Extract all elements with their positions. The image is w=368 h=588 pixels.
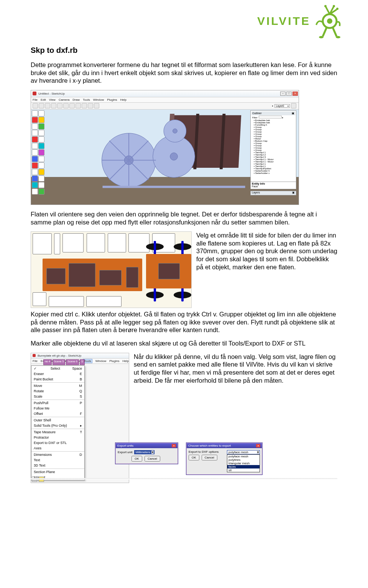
menu-help[interactable]: Help — [120, 98, 126, 102]
dxf-option-select[interactable]: polyface mesh▾ — [227, 450, 260, 454]
menu-item-dimensions[interactable]: DimensionsD — [31, 452, 84, 457]
footer-rule — [31, 478, 337, 480]
svg-point-16 — [173, 129, 177, 133]
flat-layout-screenshot — [31, 231, 192, 308]
svg-point-2 — [324, 5, 327, 7]
export-units-dialog[interactable]: Export units× Export unit: Millimeters▾ … — [115, 442, 178, 464]
menu-item-select[interactable]: SelectSpace — [31, 366, 84, 371]
svg-point-5 — [319, 36, 324, 38]
scene-tab[interactable]: Scene 5 — [53, 359, 66, 365]
dialog1-title: Export units — [117, 444, 133, 447]
menu-file[interactable]: File — [33, 98, 38, 102]
window-title: Untitled - SketchUp — [38, 92, 65, 95]
svg-point-6 — [336, 36, 340, 38]
dxf-option-list[interactable]: polyface meshpolylinestriangular meshfac… — [227, 454, 260, 472]
svg-point-3 — [333, 5, 335, 7]
menu-file[interactable]: File — [33, 359, 38, 363]
svg-rect-21 — [103, 186, 245, 188]
paragraph-3-cont: Kopier med ctrl c. Klikk utenfor objekte… — [31, 310, 337, 334]
entity-info-panel: Entity InfoFace — [250, 182, 296, 189]
outliner-filter-label: Filter: — [252, 116, 258, 119]
tools-menu-screenshot: Bunnplate ett gir.skp - SketchUp FileEdi… — [31, 353, 129, 483]
cancel-button[interactable]: Cancel — [202, 455, 217, 460]
dxf-list-item[interactable]: polyface mesh — [227, 455, 260, 458]
dxf-options-label: Export to DXF options — [189, 450, 219, 454]
scene-tab[interactable]: Scene 6 — [66, 359, 79, 365]
tools-dropdown-menu[interactable]: SelectSpaceEraserEPaint BucketBMoveMRota… — [31, 365, 85, 480]
menu-item-solid-tools-pro-only-[interactable]: Solid Tools (Pro Only)▸ — [31, 423, 84, 428]
scene-tabs[interactable]: ne 4Scene 5Scene 6S — [43, 359, 127, 365]
cancel-button[interactable]: Cancel — [145, 456, 160, 462]
paragraph-1: Dette programmet konverterer formene du … — [31, 61, 337, 85]
dxf-list-item[interactable]: stl — [227, 468, 260, 472]
logo-figure-icon — [314, 4, 341, 38]
dxf-list-item[interactable]: faces — [227, 465, 260, 468]
main-toolbar[interactable]: ▪ Layer0 — [31, 103, 299, 110]
svg-point-4 — [336, 8, 338, 10]
dxf-list-item[interactable]: triangular mesh — [227, 462, 260, 465]
menu-item-axes[interactable]: Axes — [31, 446, 84, 451]
menu-camera[interactable]: Camera — [59, 98, 69, 102]
outliner-panel[interactable]: Outliner▣ Filter: ▸ ▪ Endeplate bak▪ End… — [250, 110, 296, 183]
scene-tab[interactable]: ne 4 — [43, 359, 52, 365]
sketchup-window-screenshot: Untitled - SketchUp –□× FileEditViewCame… — [31, 90, 299, 205]
logo-text: VILVITE — [257, 15, 310, 28]
export-entities-dialog[interactable]: Choose which entities to export× Export … — [186, 442, 263, 475]
menu-draw[interactable]: Draw — [72, 98, 80, 102]
menu-item-move[interactable]: MoveM — [31, 383, 84, 388]
model-viewport[interactable] — [48, 111, 247, 201]
menu-item-paint-bucket[interactable]: Paint BucketB — [31, 377, 84, 382]
window-controls[interactable]: –□× — [280, 92, 299, 96]
paragraph-5: Når du klikker på denne, vil du få noen … — [134, 353, 337, 385]
close-icon[interactable]: × — [256, 444, 260, 447]
menu-edit[interactable]: Edit — [41, 98, 46, 102]
paragraph-4: Marker alle objektene du vil at laseren … — [31, 339, 337, 347]
ok-button[interactable]: OK — [189, 455, 199, 460]
scene-tab[interactable]: S — [80, 359, 85, 365]
svg-point-14 — [170, 153, 178, 161]
menu-item-section-plane[interactable]: Section Plane — [31, 469, 84, 475]
paragraph-3-side: Velg et område litt til side for bilen d… — [196, 231, 337, 271]
menu-item-export-to-dxf-or-stl[interactable]: Export to DXF or STL — [31, 440, 84, 446]
menu-item-tape-measure[interactable]: Tape MeasureT — [31, 429, 84, 435]
menu-item-text[interactable]: Text — [31, 457, 84, 463]
side-toolbox[interactable] — [32, 110, 46, 195]
menu-item-outer-shell[interactable]: Outer Shell — [31, 418, 84, 423]
paragraph-2: Flaten vil orientere seg den veien den o… — [31, 210, 337, 226]
window-titlebar: Untitled - SketchUp –□× — [31, 90, 299, 97]
menu-item-3d-text[interactable]: 3D Text — [31, 463, 84, 468]
layers-panel-header[interactable]: Layers▣ — [250, 191, 296, 195]
window-title-2: Bunnplate ett gir.skp - SketchUp — [38, 354, 81, 357]
outliner-item[interactable]: ▪ Setterholder v — [251, 172, 295, 174]
svg-point-1 — [327, 18, 332, 24]
vilvite-logo: VILVITE — [257, 4, 341, 38]
menu-item-offset[interactable]: OffsetF — [31, 411, 84, 416]
menu-bar[interactable]: FileEditViewCameraDrawToolsWindowPlugins… — [31, 97, 299, 103]
dialog2-title: Choose which entities to export — [188, 444, 231, 447]
page-title: Skp to dxf.rb — [31, 46, 337, 55]
menu-plugins[interactable]: Plugins — [107, 98, 117, 102]
layer-dropdown[interactable]: Layer0 — [274, 104, 290, 108]
menu-item-rotate[interactable]: RotateQ — [31, 388, 84, 394]
ok-button[interactable]: OK — [131, 456, 142, 462]
menu-item-follow-me[interactable]: Follow Me — [31, 406, 84, 411]
menu-item-scale[interactable]: ScaleS — [31, 394, 84, 399]
outliner-title: Outliner — [252, 112, 262, 115]
menu-view[interactable]: View — [49, 98, 56, 102]
outliner-list[interactable]: ▪ Endeplate bak▪ Endeplate bak▪ Forstill… — [251, 119, 295, 174]
menu-item-protractor[interactable]: Protractor — [31, 435, 84, 440]
app-icon — [33, 92, 36, 95]
menu-item-eraser[interactable]: EraserE — [31, 371, 84, 377]
menu-item-push-pull[interactable]: Push/PullP — [31, 400, 84, 406]
menu-tools[interactable]: Tools — [83, 98, 90, 102]
close-icon[interactable]: × — [172, 444, 176, 447]
export-unit-label: Export unit: — [118, 450, 133, 454]
export-unit-select[interactable]: Millimeters▾ — [134, 450, 154, 454]
dxf-list-item[interactable]: polylines — [227, 458, 260, 462]
menu-window[interactable]: Window — [93, 98, 104, 102]
